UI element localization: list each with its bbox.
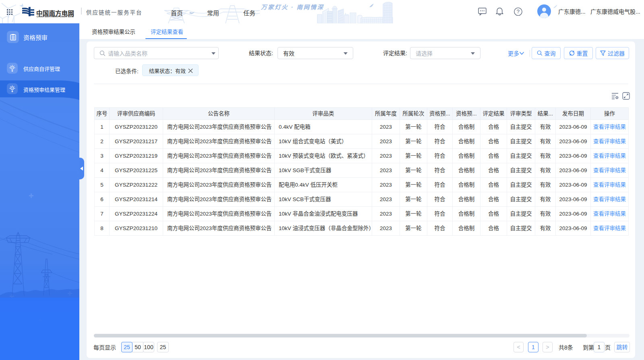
- svg-text:?: ?: [517, 8, 520, 14]
